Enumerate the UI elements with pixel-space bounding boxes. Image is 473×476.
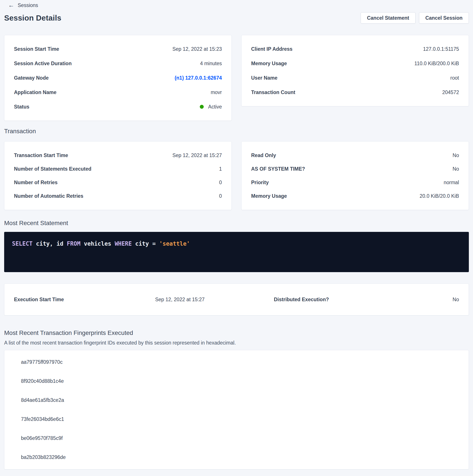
detail-label: Distributed Execution? — [274, 297, 329, 303]
distributed-execution-group: Distributed Execution? No — [274, 297, 459, 303]
detail-row: Priority normal — [251, 176, 459, 189]
distributed-execution-value: No — [453, 297, 459, 303]
detail-label: Number of Automatic Retries — [14, 193, 83, 199]
detail-row: AS OF SYSTEM TIME? No — [251, 162, 459, 176]
fingerprint-item: 8f920c40d88b1c4e — [4, 372, 469, 391]
detail-row: Number of Automatic Retries 0 — [14, 189, 222, 203]
detail-label: Session Active Duration — [14, 61, 72, 67]
transaction-cards: Transaction Start Time Sep 12, 2022 at 1… — [4, 141, 469, 210]
cancel-statement-button[interactable]: Cancel Statement — [361, 12, 416, 24]
sql-keyword: SELECT — [12, 240, 36, 247]
priority-value: normal — [444, 180, 459, 186]
detail-label: Gateway Node — [14, 75, 49, 81]
detail-row: Transaction Count 204572 — [251, 85, 459, 100]
page-title: Session Details — [4, 14, 61, 22]
application-name-value: movr — [211, 89, 222, 95]
gateway-node-link[interactable]: (n1) 127.0.0.1:62674 — [175, 75, 222, 81]
back-arrow-icon[interactable]: ← — [8, 2, 14, 8]
detail-label: Session Start Time — [14, 46, 59, 52]
breadcrumb[interactable]: ← Sessions — [8, 2, 469, 9]
detail-label: Transaction Count — [251, 89, 295, 95]
detail-label: Priority — [251, 180, 269, 186]
client-ip-value: 127.0.0.1:51175 — [423, 46, 459, 52]
fingerprint-item: 73fe26034bd6e6c1 — [4, 410, 469, 429]
status-active-dot-icon — [200, 105, 204, 109]
detail-row: Number of Retries 0 — [14, 176, 222, 189]
sql-string-literal: 'seattle' — [159, 240, 190, 247]
execution-start-group: Execution Start Time Sep 12, 2022 at 15:… — [14, 297, 205, 303]
fingerprints-description: A list of the most recent transaction fi… — [4, 340, 469, 346]
detail-label: AS OF SYSTEM TIME? — [251, 166, 305, 172]
as-of-system-time-value: No — [453, 166, 459, 172]
cancel-session-button[interactable]: Cancel Session — [419, 12, 469, 24]
detail-label: Memory Usage — [251, 193, 287, 199]
detail-row: Status Active — [14, 100, 222, 114]
detail-row: Read Only No — [251, 149, 459, 162]
detail-row: Session Active Duration 4 minutes — [14, 56, 222, 71]
automatic-retries-value: 0 — [219, 193, 222, 199]
sql-statement-box: SELECT city, id FROM vehicles WHERE city… — [4, 232, 469, 272]
sql-keyword: WHERE — [115, 240, 135, 247]
detail-label: Read Only — [251, 153, 276, 158]
session-start-time-value: Sep 12, 2022 at 15:23 — [172, 46, 222, 52]
detail-row: Session Start Time Sep 12, 2022 at 15:23 — [14, 42, 222, 56]
transaction-count-value: 204572 — [442, 89, 459, 95]
detail-row: Memory Usage 20.0 KiB/20.0 KiB — [251, 189, 459, 203]
detail-label: Memory Usage — [251, 61, 287, 67]
memory-usage-value: 110.0 KiB/200.0 KiB — [414, 61, 459, 67]
page-header: Session Details Cancel Statement Cancel … — [4, 12, 469, 24]
fingerprint-item: 8d4ae61a5fb3ce2a — [4, 391, 469, 410]
retries-value: 0 — [219, 180, 222, 186]
detail-label: Number of Retries — [14, 180, 57, 186]
detail-row: User Name root — [251, 71, 459, 85]
fingerprints-card: aa79775ff097970c 8f920c40d88b1c4e 8d4ae6… — [4, 350, 469, 469]
detail-label: Application Name — [14, 89, 56, 95]
breadcrumb-sessions-link[interactable]: Sessions — [18, 2, 38, 8]
header-actions: Cancel Statement Cancel Session — [361, 12, 469, 24]
detail-row: Transaction Start Time Sep 12, 2022 at 1… — [14, 149, 222, 162]
statements-executed-value: 1 — [219, 166, 222, 172]
detail-label: Transaction Start Time — [14, 153, 68, 158]
fingerprint-item: be06e9570f785c9f — [4, 429, 469, 448]
user-name-value: root — [450, 75, 459, 81]
sql-identifier: city, id — [36, 240, 67, 247]
detail-label: Execution Start Time — [14, 297, 64, 303]
sql-identifier: vehicles — [84, 240, 115, 247]
execution-start-time-value: Sep 12, 2022 at 15:27 — [155, 297, 205, 303]
session-active-duration-value: 4 minutes — [200, 61, 222, 67]
detail-row: Client IP Address 127.0.0.1:51175 — [251, 42, 459, 56]
detail-label: Client IP Address — [251, 46, 293, 52]
transaction-properties-card: Read Only No AS OF SYSTEM TIME? No Prior… — [241, 141, 469, 210]
read-only-value: No — [453, 153, 459, 158]
detail-label: User Name — [251, 75, 277, 81]
fingerprints-section-heading: Most Recent Transaction Fingerprints Exe… — [4, 329, 469, 337]
session-summary-cards: Session Start Time Sep 12, 2022 at 15:23… — [4, 35, 469, 121]
transaction-section-heading: Transaction — [4, 127, 469, 135]
sql-identifier: city = — [135, 240, 159, 247]
txn-memory-usage-value: 20.0 KiB/20.0 KiB — [420, 193, 459, 199]
execution-details-card: Execution Start Time Sep 12, 2022 at 15:… — [4, 284, 469, 315]
fingerprint-item: aa79775ff097970c — [4, 353, 469, 372]
status-badge: Active — [200, 104, 222, 110]
transaction-start-time-value: Sep 12, 2022 at 15:27 — [172, 153, 222, 158]
session-details-card: Session Start Time Sep 12, 2022 at 15:23… — [4, 35, 232, 121]
detail-label: Number of Statements Executed — [14, 166, 91, 172]
detail-row: Number of Statements Executed 1 — [14, 162, 222, 176]
client-details-card: Client IP Address 127.0.0.1:51175 Memory… — [241, 35, 469, 106]
sql-keyword: FROM — [67, 240, 84, 247]
status-value: Active — [208, 104, 222, 110]
detail-label: Status — [14, 104, 29, 110]
detail-row: Gateway Node (n1) 127.0.0.1:62674 — [14, 71, 222, 85]
statement-section-heading: Most Recent Statement — [4, 219, 469, 227]
transaction-details-card: Transaction Start Time Sep 12, 2022 at 1… — [4, 141, 232, 210]
detail-row: Application Name movr — [14, 85, 222, 100]
detail-row: Memory Usage 110.0 KiB/200.0 KiB — [251, 56, 459, 71]
fingerprint-item: ba2b203b823296de — [4, 448, 469, 467]
